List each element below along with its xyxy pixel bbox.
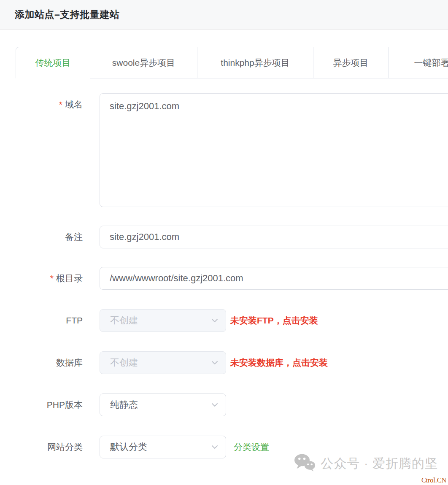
tab-bar: 传统项目 swoole异步项目 thinkphp异步项目 异步项目 一键部署: [16, 47, 448, 78]
chevron-down-icon: [211, 401, 219, 409]
site-category-label: 网站分类: [16, 436, 83, 458]
dialog-header: 添加站点–支持批量建站: [0, 0, 448, 30]
site-category-row: 网站分类 默认分类 分类设置: [16, 436, 448, 458]
tab-thinkphp-async-project[interactable]: thinkphp异步项目: [197, 47, 313, 78]
database-label: 数据库: [16, 351, 83, 374]
php-version-row: PHP版本 纯静态: [16, 393, 448, 416]
note-row: 备注: [16, 226, 448, 248]
php-version-label: PHP版本: [16, 393, 83, 416]
note-label: 备注: [16, 226, 83, 248]
root-dir-row: *根目录: [16, 267, 448, 290]
tab-async-project[interactable]: 异步项目: [313, 47, 389, 78]
ftp-row: FTP 不创建 未安装FTP，点击安装: [16, 309, 448, 332]
php-version-select-value: 纯静态: [110, 399, 138, 411]
tab-swoole-async-project[interactable]: swoole异步项目: [90, 47, 197, 78]
ftp-select: 不创建: [100, 309, 226, 332]
root-dir-input[interactable]: [100, 267, 448, 290]
corner-badge: Ctrol.CN: [421, 477, 446, 484]
ftp-label: FTP: [16, 309, 83, 332]
tab-traditional-project[interactable]: 传统项目: [16, 47, 90, 78]
domain-label: *域名: [16, 93, 83, 116]
ftp-install-link[interactable]: 未安装FTP，点击安装: [230, 309, 318, 332]
dialog-title: 添加站点–支持批量建站: [15, 8, 119, 21]
database-install-link[interactable]: 未安装数据库，点击安装: [230, 351, 328, 374]
chevron-down-icon: [211, 358, 219, 367]
root-dir-label: *根目录: [16, 267, 83, 290]
database-select: 不创建: [100, 351, 226, 374]
note-input[interactable]: [100, 226, 448, 248]
chevron-down-icon: [211, 443, 219, 451]
site-category-select[interactable]: 默认分类: [100, 436, 226, 458]
database-row: 数据库 不创建 未安装数据库，点击安装: [16, 351, 448, 374]
php-version-select[interactable]: 纯静态: [100, 393, 226, 416]
domain-row: *域名 site.gzj2001.com: [16, 93, 448, 207]
chevron-down-icon: [211, 316, 219, 325]
ftp-select-value: 不创建: [110, 314, 138, 327]
database-select-value: 不创建: [110, 356, 138, 369]
site-category-select-value: 默认分类: [110, 441, 147, 453]
domain-textarea[interactable]: site.gzj2001.com: [100, 93, 448, 207]
category-settings-link[interactable]: 分类设置: [234, 436, 269, 458]
dialog-body: 传统项目 swoole异步项目 thinkphp异步项目 异步项目 一键部署 *…: [0, 30, 448, 458]
tab-one-click-deploy[interactable]: 一键部署: [389, 47, 448, 78]
required-asterisk: *: [59, 100, 62, 109]
add-site-form: *域名 site.gzj2001.com 备注 *根目录 FTP: [16, 93, 448, 458]
required-asterisk: *: [50, 273, 54, 283]
